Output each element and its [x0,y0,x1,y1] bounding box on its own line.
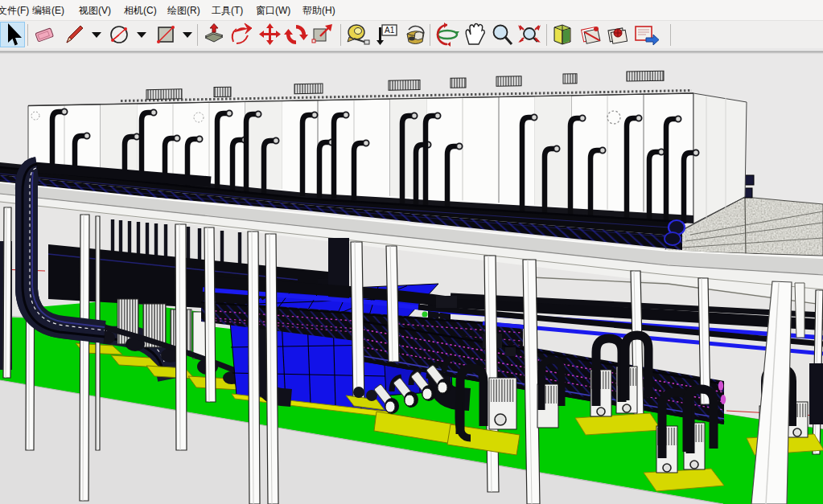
svg-text:A1: A1 [385,26,395,35]
